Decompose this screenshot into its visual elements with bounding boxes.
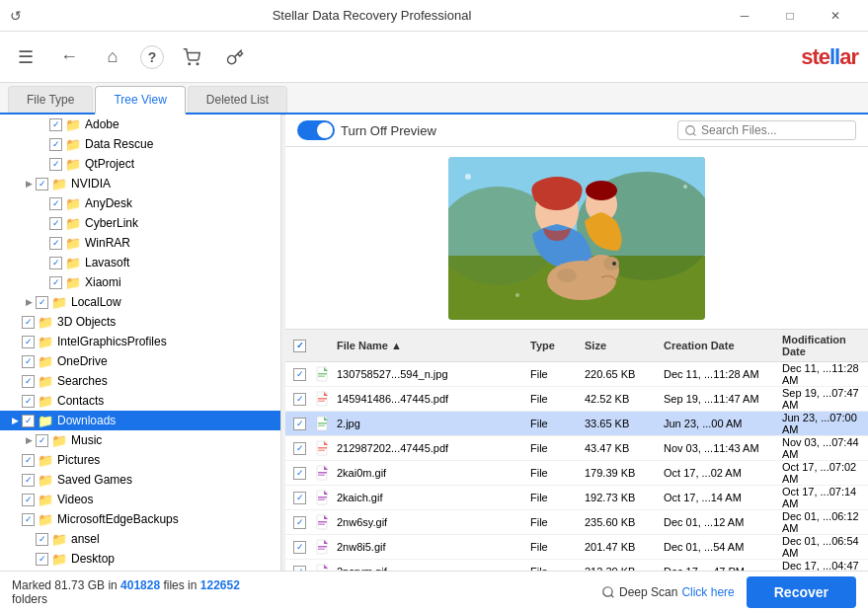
header-modification-date[interactable]: Modification Date — [782, 334, 868, 357]
tree-item-checkbox[interactable]: ✓ — [22, 454, 35, 467]
tree-item-checkbox[interactable]: ✓ — [22, 336, 35, 348]
folder-icon: 📁 — [38, 414, 53, 428]
file-checkbox[interactable]: ✓ — [293, 467, 306, 480]
tree-item-checkbox[interactable]: ✓ — [36, 533, 48, 546]
sidebar-item-cyberlink[interactable]: ✓📁CyberLink — [0, 213, 280, 233]
file-row[interactable]: ✓ 2kaich.gif File 192.73 KB Oct 17, ...1… — [285, 486, 868, 510]
sidebar-item-onedrive[interactable]: ✓📁OneDrive — [0, 351, 280, 371]
header-type[interactable]: Type — [530, 340, 585, 351]
sidebar-item-anydesk[interactable]: ✓📁AnyDesk — [0, 193, 280, 213]
row-check[interactable]: ✓ — [285, 541, 313, 554]
home-button[interactable]: ⌂ — [97, 41, 128, 73]
sidebar-item-nvidia[interactable]: ▶✓📁NVIDIA — [0, 174, 280, 193]
header-creation-date[interactable]: Creation Date — [664, 340, 782, 351]
file-row[interactable]: ✓ 2.jpg File 33.65 KB Jun 23, ...00 AM J… — [285, 412, 868, 436]
maximize-button[interactable]: □ — [767, 0, 813, 32]
tree-item-checkbox[interactable]: ✓ — [22, 474, 35, 487]
tree-item-checkbox[interactable]: ✓ — [49, 138, 62, 151]
tab-deleted-list[interactable]: Deleted List — [188, 86, 287, 113]
file-checkbox[interactable]: ✓ — [293, 492, 306, 504]
minimize-button[interactable]: ─ — [722, 0, 767, 32]
search-input[interactable] — [701, 123, 849, 137]
deep-scan-link[interactable]: Click here — [681, 585, 734, 599]
tree-item-checkbox[interactable]: ✓ — [49, 237, 62, 250]
file-row[interactable]: ✓ 130758527...594_n.jpg File 220.65 KB D… — [285, 362, 868, 387]
file-checkbox[interactable]: ✓ — [293, 541, 306, 554]
sidebar-item-microsoftedgebackups[interactable]: ✓📁MicrosoftEdgeBackups — [0, 509, 280, 529]
sidebar-item-adobe[interactable]: ✓📁Adobe — [0, 115, 280, 134]
file-checkbox[interactable]: ✓ — [293, 418, 306, 430]
sidebar-item-intelgraphicsprofiles[interactable]: ✓📁IntelGraphicsProfiles — [0, 332, 280, 351]
header-size[interactable]: Size — [585, 340, 664, 351]
tree-item-checkbox[interactable]: ✓ — [22, 375, 35, 388]
tree-item-checkbox[interactable]: ✓ — [49, 217, 62, 230]
recover-button[interactable]: Recover — [747, 576, 856, 608]
tab-tree-view[interactable]: Tree View — [95, 86, 185, 115]
tree-item-checkbox[interactable]: ✓ — [22, 513, 35, 526]
tab-file-type[interactable]: File Type — [8, 86, 93, 113]
help-button[interactable]: ? — [140, 45, 164, 69]
sidebar-item-music[interactable]: ▶✓📁Music — [0, 430, 280, 450]
sidebar-item-desktop[interactable]: ✓📁Desktop — [0, 549, 280, 569]
row-check[interactable]: ✓ — [285, 393, 313, 406]
file-row[interactable]: ✓ 2kai0m.gif File 179.39 KB Oct 17, ...0… — [285, 461, 868, 486]
tree-item-checkbox[interactable]: ✓ — [22, 494, 35, 506]
tree-item-checkbox[interactable]: ✓ — [22, 316, 35, 329]
tree-item-checkbox[interactable]: ✓ — [36, 553, 48, 566]
file-checkbox[interactable]: ✓ — [293, 442, 306, 455]
row-check[interactable]: ✓ — [285, 442, 313, 455]
tree-item-checkbox[interactable]: ✓ — [22, 395, 35, 408]
file-checkbox[interactable]: ✓ — [293, 566, 306, 572]
select-all-checkbox[interactable]: ✓ — [293, 340, 306, 352]
row-check[interactable]: ✓ — [285, 516, 313, 529]
sidebar-item-3d-objects[interactable]: ✓📁3D Objects — [0, 312, 280, 332]
close-button[interactable]: ✕ — [813, 0, 858, 32]
file-row[interactable]: ✓ 2nw6sy.gif File 235.60 KB Dec 01, ...1… — [285, 510, 868, 535]
tree-item-checkbox[interactable]: ✓ — [49, 257, 62, 269]
toggle-control[interactable] — [297, 120, 335, 140]
sidebar-item-searches[interactable]: ✓📁Searches — [0, 371, 280, 391]
file-row[interactable]: ✓ 2pcrym.gif File 212.30 KB Dec 17, ...4… — [285, 560, 868, 571]
tree-item-checkbox[interactable]: ✓ — [49, 276, 62, 289]
tree-item-checkbox[interactable]: ✓ — [49, 158, 62, 171]
header-filename[interactable]: File Name ▲ — [333, 340, 530, 351]
sidebar-item-locallow[interactable]: ▶✓📁LocalLow — [0, 292, 280, 312]
row-check[interactable]: ✓ — [285, 368, 313, 381]
tree-item-checkbox[interactable]: ✓ — [36, 434, 48, 447]
key-button[interactable] — [219, 41, 251, 73]
sidebar-item-videos[interactable]: ✓📁Videos — [0, 490, 280, 509]
sidebar-item-data-rescue[interactable]: ✓📁Data Rescue — [0, 134, 280, 154]
menu-button[interactable]: ☰ — [10, 41, 41, 73]
file-row[interactable]: ✓ 145941486...47445.pdf File 42.52 KB Se… — [285, 387, 868, 412]
tree-item-checkbox[interactable]: ✓ — [36, 178, 48, 191]
sidebar-item-documents[interactable]: ✓📁Documents — [0, 569, 280, 571]
cart-button[interactable] — [176, 41, 207, 73]
tree-item-checkbox[interactable]: ✓ — [22, 355, 35, 368]
sidebar-item-contacts[interactable]: ✓📁Contacts — [0, 391, 280, 411]
file-checkbox[interactable]: ✓ — [293, 516, 306, 529]
sidebar-item-saved-games[interactable]: ✓📁Saved Games — [0, 470, 280, 490]
sidebar-item-ansel[interactable]: ✓📁ansel — [0, 529, 280, 549]
search-box[interactable] — [677, 120, 856, 140]
row-check[interactable]: ✓ — [285, 492, 313, 504]
row-check[interactable]: ✓ — [285, 467, 313, 480]
sidebar-item-downloads[interactable]: ▶✓📁Downloads — [0, 411, 280, 430]
file-row[interactable]: ✓ 212987202...47445.pdf File 43.47 KB No… — [285, 436, 868, 461]
preview-toggle-switch[interactable]: Turn Off Preview — [297, 120, 436, 140]
window-controls: ─ □ ✕ — [722, 0, 858, 32]
sidebar-item-winrar[interactable]: ✓📁WinRAR — [0, 233, 280, 253]
sidebar-item-pictures[interactable]: ✓📁Pictures — [0, 450, 280, 470]
tree-item-checkbox[interactable]: ✓ — [22, 415, 35, 427]
sidebar-item-lavasoft[interactable]: ✓📁Lavasoft — [0, 253, 280, 272]
row-check[interactable]: ✓ — [285, 418, 313, 430]
back-button[interactable]: ← — [53, 41, 85, 73]
tree-item-checkbox[interactable]: ✓ — [49, 118, 62, 131]
tree-item-checkbox[interactable]: ✓ — [36, 296, 48, 309]
tree-item-checkbox[interactable]: ✓ — [49, 197, 62, 210]
row-check[interactable]: ✓ — [285, 566, 313, 572]
file-checkbox[interactable]: ✓ — [293, 368, 306, 381]
sidebar-item-qtproject[interactable]: ✓📁QtProject — [0, 154, 280, 174]
file-row[interactable]: ✓ 2nw8i5.gif File 201.47 KB Dec 01, ...5… — [285, 535, 868, 560]
file-checkbox[interactable]: ✓ — [293, 393, 306, 406]
sidebar-item-xiaomi[interactable]: ✓📁Xiaomi — [0, 272, 280, 292]
